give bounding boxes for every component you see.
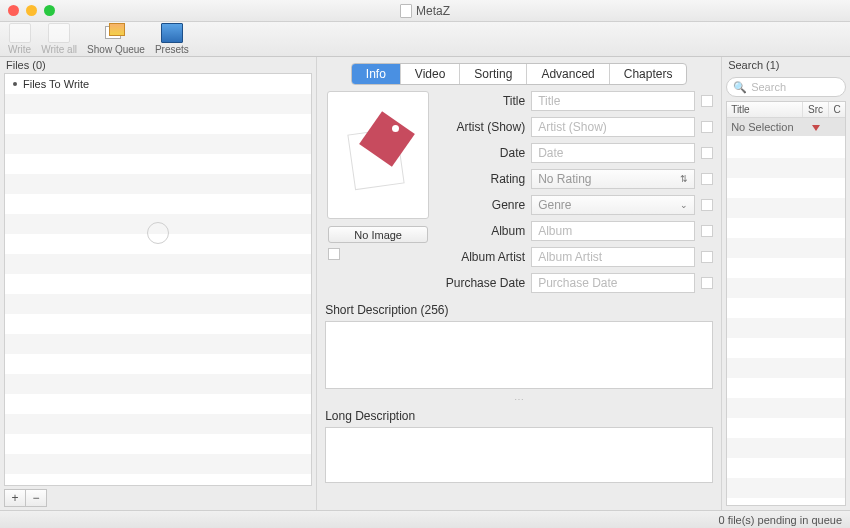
write-button[interactable]: Write bbox=[6, 23, 33, 55]
purchase-date-checkbox[interactable] bbox=[701, 277, 713, 289]
short-desc-label: Short Description (256) bbox=[325, 303, 713, 317]
genre-checkbox[interactable] bbox=[701, 199, 713, 211]
title-field[interactable] bbox=[531, 91, 695, 111]
artist-field[interactable] bbox=[531, 117, 695, 137]
files-list-item[interactable]: Files To Write bbox=[5, 74, 311, 94]
updown-icon: ⇅ bbox=[680, 174, 688, 184]
rating-label: Rating bbox=[439, 172, 525, 186]
splitter-handle[interactable]: ⋯ bbox=[325, 394, 713, 405]
short-desc-field[interactable] bbox=[325, 321, 713, 389]
album-checkbox[interactable] bbox=[701, 225, 713, 237]
write-icon bbox=[9, 23, 31, 43]
bullet-icon bbox=[13, 82, 17, 86]
write-all-label: Write all bbox=[41, 44, 77, 55]
album-artist-label: Album Artist bbox=[439, 250, 525, 264]
show-queue-label: Show Queue bbox=[87, 44, 145, 55]
search-field-wrap: 🔍 bbox=[726, 77, 846, 97]
col-c[interactable]: C bbox=[829, 102, 845, 117]
title-label: Title bbox=[439, 94, 525, 108]
tab-sorting[interactable]: Sorting bbox=[460, 64, 527, 84]
tabs: Info Video Sorting Advanced Chapters bbox=[325, 63, 713, 85]
artwork-placeholder-icon bbox=[347, 119, 409, 191]
search-row-src bbox=[803, 121, 829, 133]
search-row[interactable]: No Selection bbox=[727, 118, 845, 136]
search-panel: Search (1) 🔍 Title Src C No Selection bbox=[721, 57, 850, 510]
search-input[interactable] bbox=[751, 81, 839, 93]
write-all-button[interactable]: Write all bbox=[39, 23, 79, 55]
files-header: Files (0) bbox=[0, 57, 316, 73]
queue-icon bbox=[105, 23, 127, 43]
artist-label: Artist (Show) bbox=[439, 120, 525, 134]
remove-file-button[interactable]: − bbox=[25, 489, 47, 507]
presets-button[interactable]: Presets bbox=[153, 23, 191, 55]
status-bar: 0 file(s) pending in queue bbox=[0, 510, 850, 528]
write-label: Write bbox=[8, 44, 31, 55]
rating-checkbox[interactable] bbox=[701, 173, 713, 185]
document-icon bbox=[400, 4, 412, 18]
write-all-icon bbox=[48, 23, 70, 43]
tab-video[interactable]: Video bbox=[401, 64, 460, 84]
files-list[interactable]: Files To Write bbox=[4, 73, 312, 486]
files-footer: + − bbox=[0, 486, 316, 510]
long-desc-field[interactable] bbox=[325, 427, 713, 483]
tab-info[interactable]: Info bbox=[352, 64, 401, 84]
date-checkbox[interactable] bbox=[701, 147, 713, 159]
tab-chapters[interactable]: Chapters bbox=[610, 64, 687, 84]
titlebar: MetaZ bbox=[0, 0, 850, 22]
search-row-title: No Selection bbox=[727, 121, 803, 133]
window-title-text: MetaZ bbox=[416, 4, 450, 18]
add-file-button[interactable]: + bbox=[4, 489, 26, 507]
drop-target-icon bbox=[147, 222, 169, 244]
files-item-label: Files To Write bbox=[23, 78, 89, 90]
no-image-button[interactable]: No Image bbox=[328, 226, 428, 243]
search-results[interactable]: Title Src C No Selection bbox=[726, 101, 846, 506]
chevron-down-icon: ⌄ bbox=[680, 200, 688, 210]
album-artist-field[interactable] bbox=[531, 247, 695, 267]
date-label: Date bbox=[439, 146, 525, 160]
rating-select[interactable]: No Rating⇅ bbox=[531, 169, 695, 189]
artwork-checkbox[interactable] bbox=[328, 248, 340, 260]
genre-label: Genre bbox=[439, 198, 525, 212]
search-icon: 🔍 bbox=[733, 81, 747, 94]
center-panel: Info Video Sorting Advanced Chapters No … bbox=[317, 57, 721, 510]
album-field[interactable] bbox=[531, 221, 695, 241]
title-checkbox[interactable] bbox=[701, 95, 713, 107]
search-columns: Title Src C bbox=[727, 102, 845, 118]
files-panel: Files (0) Files To Write + − bbox=[0, 57, 317, 510]
col-title[interactable]: Title bbox=[727, 102, 803, 117]
album-label: Album bbox=[439, 224, 525, 238]
toolbar: Write Write all Show Queue Presets bbox=[0, 22, 850, 57]
source-icon bbox=[812, 125, 820, 131]
content: Files (0) Files To Write + − Info Video bbox=[0, 57, 850, 510]
album-artist-checkbox[interactable] bbox=[701, 251, 713, 263]
show-queue-button[interactable]: Show Queue bbox=[85, 23, 147, 55]
col-src[interactable]: Src bbox=[803, 102, 829, 117]
tab-advanced[interactable]: Advanced bbox=[527, 64, 609, 84]
search-header: Search (1) bbox=[722, 57, 850, 73]
long-desc-label: Long Description bbox=[325, 409, 713, 423]
date-field[interactable] bbox=[531, 143, 695, 163]
status-text: 0 file(s) pending in queue bbox=[718, 514, 842, 526]
artist-checkbox[interactable] bbox=[701, 121, 713, 133]
window-title: MetaZ bbox=[0, 4, 850, 18]
presets-label: Presets bbox=[155, 44, 189, 55]
artwork-well[interactable] bbox=[327, 91, 429, 219]
genre-select[interactable]: Genre⌄ bbox=[531, 195, 695, 215]
presets-icon bbox=[161, 23, 183, 43]
purchase-date-field[interactable] bbox=[531, 273, 695, 293]
purchase-date-label: Purchase Date bbox=[439, 276, 525, 290]
